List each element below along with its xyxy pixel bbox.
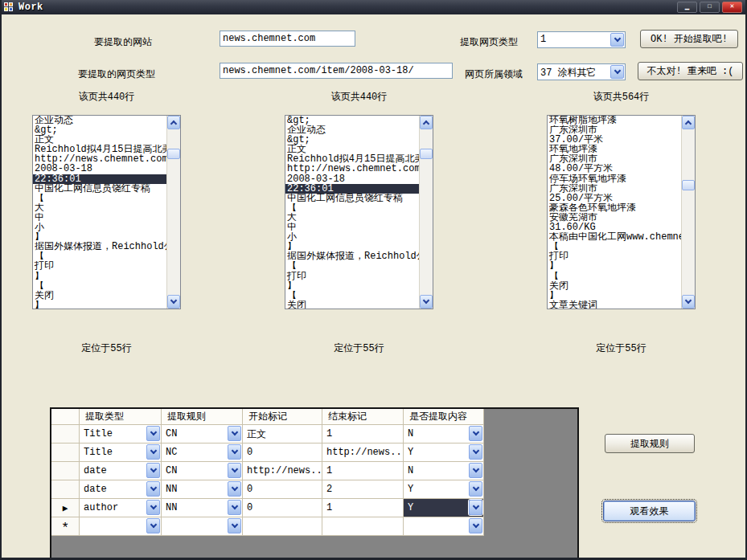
- list-line[interactable]: 】: [33, 300, 166, 309]
- grid-cell-extract[interactable]: N: [404, 462, 484, 480]
- list-line[interactable]: 【: [33, 251, 166, 261]
- list-line[interactable]: 】: [33, 232, 166, 242]
- list-line[interactable]: 关闭: [548, 281, 681, 291]
- grid-cell-rule[interactable]: NN: [162, 480, 243, 499]
- grid-cell-end[interactable]: 1: [322, 499, 404, 517]
- list-line[interactable]: 】: [285, 242, 419, 251]
- list-line[interactable]: 本稿由中国化工网www.chemnet: [548, 232, 681, 242]
- grid-cell-end[interactable]: [322, 517, 404, 536]
- preview-result-button[interactable]: 观看效果: [603, 501, 696, 521]
- grid-column-header[interactable]: 提取类型: [80, 409, 162, 425]
- list-line[interactable]: 【: [548, 272, 681, 281]
- list-line[interactable]: 正文: [33, 135, 166, 145]
- grid-cell-start[interactable]: 0: [243, 444, 322, 462]
- chevron-down-icon[interactable]: [228, 518, 241, 533]
- list-line[interactable]: 关闭: [285, 300, 419, 309]
- chevron-down-icon[interactable]: [146, 518, 160, 533]
- grid-column-header[interactable]: 是否提取内容: [404, 409, 484, 425]
- list-line[interactable]: 中: [33, 213, 166, 223]
- chevron-down-icon[interactable]: [469, 463, 482, 478]
- list-line[interactable]: 中国化工网信息员饶红专稿: [33, 184, 166, 194]
- grid-cell-start[interactable]: 0: [243, 499, 322, 517]
- chevron-down-icon[interactable]: [146, 463, 160, 478]
- close-button[interactable]: ✕: [722, 2, 742, 13]
- chevron-down-icon[interactable]: [469, 481, 482, 497]
- list-line[interactable]: 37.00/平米: [548, 135, 681, 145]
- list-line[interactable]: 】: [548, 261, 681, 271]
- chevron-down-icon[interactable]: [228, 481, 241, 497]
- grid-column-header[interactable]: 结束标记: [322, 409, 404, 425]
- grid-cell-rule[interactable]: CN: [162, 425, 243, 444]
- chevron-down-icon[interactable]: [146, 426, 160, 441]
- listbox-2[interactable]: &gt;企业动态&gt;正文Reichhold拟4月15日提高北美地http:/…: [285, 115, 433, 309]
- rules-datagrid[interactable]: 提取类型提取规则开始标记结束标记是否提取内容TitleCN正文1NTitleNC…: [50, 407, 579, 559]
- list-line[interactable]: 打印: [285, 272, 419, 281]
- pagetype-input[interactable]: [220, 63, 453, 79]
- scroll-thumb[interactable]: [420, 149, 433, 159]
- list-line[interactable]: 环氧树脂地坪漆: [548, 116, 681, 125]
- list-line[interactable]: &gt;: [33, 125, 166, 135]
- chevron-down-icon[interactable]: [469, 500, 482, 515]
- grid-cell-end[interactable]: 1: [322, 425, 404, 444]
- grid-column-header[interactable]: 开始标记: [243, 409, 322, 425]
- grid-cell-end[interactable]: http://news....: [322, 444, 404, 462]
- maximize-button[interactable]: ☐: [700, 2, 720, 13]
- extract-rules-button[interactable]: 提取规则: [605, 434, 695, 453]
- list-line[interactable]: Reichhold拟4月15日提高北美地: [33, 145, 166, 154]
- grid-cell-extract[interactable]: Y: [404, 444, 484, 462]
- list-line[interactable]: 据国外媒体报道，Reichhold公: [33, 242, 166, 251]
- list-line[interactable]: 48.00/平方米: [548, 164, 681, 174]
- scroll-down-icon[interactable]: [167, 295, 180, 309]
- extract-type-combobox[interactable]: 1: [537, 31, 626, 48]
- list-line[interactable]: 据国外媒体报道，Reichhold公: [285, 251, 419, 261]
- grid-row-selector[interactable]: [51, 425, 80, 444]
- list-line[interactable]: Reichhold拟4月15日提高北美地: [285, 154, 419, 164]
- chevron-down-icon[interactable]: [610, 33, 624, 47]
- list-line[interactable]: 【: [285, 291, 419, 300]
- grid-cell-end[interactable]: 1: [322, 462, 404, 480]
- scroll-down-icon[interactable]: [682, 295, 695, 309]
- list-line[interactable]: 安徽芜湖市: [548, 213, 681, 223]
- grid-cell-type[interactable]: author: [80, 499, 162, 517]
- list-line[interactable]: 2008-03-18: [285, 174, 419, 184]
- list-line[interactable]: 小: [33, 223, 166, 232]
- chevron-down-icon[interactable]: [228, 463, 241, 478]
- title-bar[interactable]: Work ▁ ☐ ✕: [0, 0, 747, 14]
- chevron-down-icon[interactable]: [469, 426, 482, 441]
- grid-cell-start[interactable]: [243, 517, 322, 536]
- domain-combobox[interactable]: 37 涂料其它: [537, 63, 626, 80]
- list-line[interactable]: 企业动态: [285, 125, 419, 135]
- scrollbar[interactable]: [681, 116, 695, 309]
- grid-cell-rule[interactable]: NC: [162, 444, 243, 462]
- list-line[interactable]: 关闭: [33, 291, 166, 300]
- grid-cell-start[interactable]: 0: [243, 480, 322, 499]
- list-line[interactable]: 【: [548, 242, 681, 251]
- grid-cell-type[interactable]: [80, 517, 162, 536]
- chevron-down-icon[interactable]: [146, 481, 160, 497]
- scrollbar[interactable]: [419, 116, 433, 309]
- grid-column-header[interactable]: 提取规则: [162, 409, 243, 425]
- list-line[interactable]: 【: [285, 203, 419, 213]
- grid-cell-extract[interactable]: N: [404, 425, 484, 444]
- list-line[interactable]: 正文: [285, 145, 419, 154]
- list-line[interactable]: 】: [33, 272, 166, 281]
- chevron-down-icon[interactable]: [228, 426, 241, 441]
- minimize-button[interactable]: ▁: [677, 2, 697, 13]
- grid-row-selector[interactable]: [51, 444, 80, 462]
- list-line[interactable]: 文章关键词: [548, 300, 681, 309]
- grid-cell-end[interactable]: 2: [322, 480, 404, 499]
- grid-cell-extract[interactable]: Y: [404, 499, 484, 517]
- list-line[interactable]: 【: [285, 261, 419, 271]
- list-line[interactable]: 22:36:01: [285, 184, 419, 194]
- grid-row-selector[interactable]: [51, 462, 80, 480]
- grid-cell-start[interactable]: 正文: [243, 425, 322, 444]
- list-line[interactable]: 31.60/KG: [548, 223, 681, 232]
- list-line[interactable]: &gt;: [285, 116, 419, 125]
- list-line[interactable]: 大: [33, 203, 166, 213]
- list-line[interactable]: 】: [285, 281, 419, 291]
- list-line[interactable]: 【: [33, 194, 166, 203]
- list-line[interactable]: 25.00/平方米: [548, 194, 681, 203]
- grid-row-selector[interactable]: ▶: [51, 499, 80, 517]
- grid-cell-rule[interactable]: NN: [162, 499, 243, 517]
- listbox-1[interactable]: 企业动态&gt;正文Reichhold拟4月15日提高北美地http://new…: [32, 115, 181, 309]
